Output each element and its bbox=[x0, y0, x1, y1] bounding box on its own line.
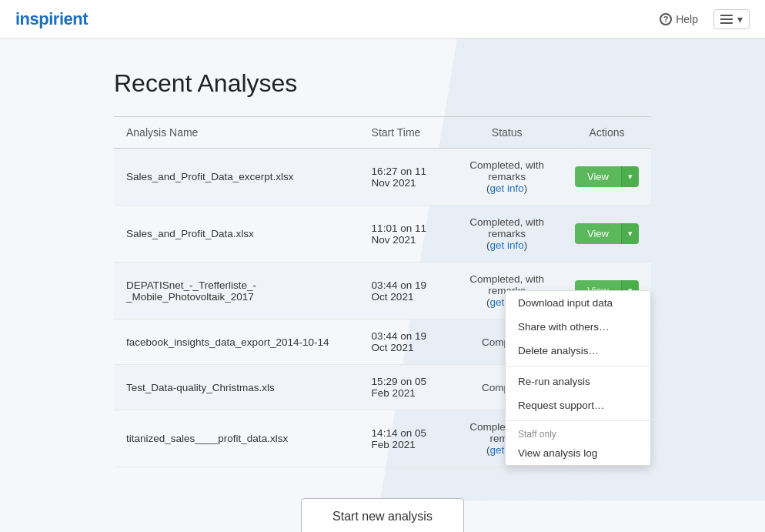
cell-start-time: 03:44 on 19 Oct 2021 bbox=[359, 263, 452, 320]
dropdown-section-staff: Staff only bbox=[506, 424, 650, 441]
col-header-start-time: Start Time bbox=[359, 117, 452, 149]
dropdown-item-view-log[interactable]: View analysis log bbox=[506, 441, 650, 465]
brand-logo: inspirient bbox=[15, 9, 88, 29]
dropdown-item-support[interactable]: Request support… bbox=[506, 393, 650, 417]
col-header-name: Analysis Name bbox=[114, 117, 359, 149]
cell-start-time: 14:14 on 05 Feb 2021 bbox=[359, 410, 452, 467]
cell-name: Test_Data-quality_Christmas.xls bbox=[114, 365, 359, 410]
dropdown-item-delete[interactable]: Delete analysis… bbox=[506, 339, 650, 363]
table-row: Sales_and_Profit_Data.xlsx11:01 on 11 No… bbox=[114, 206, 651, 263]
cell-status: Completed, with remarks(get info) bbox=[451, 206, 563, 263]
dropdown-item-download[interactable]: Download input data bbox=[506, 291, 650, 315]
cell-actions: View bbox=[563, 149, 651, 206]
cell-start-time: 11:01 on 11 Nov 2021 bbox=[359, 206, 452, 263]
cell-name: Sales_and_Profit_Data_excerpt.xlsx bbox=[114, 149, 359, 206]
view-button[interactable]: View bbox=[575, 223, 621, 244]
start-button-container: Start new analysis bbox=[114, 498, 651, 532]
menu-button[interactable]: ▾ bbox=[713, 9, 750, 29]
navbar-right: ? Help ▾ bbox=[660, 9, 750, 29]
dropdown-item-share[interactable]: Share with others… bbox=[506, 315, 650, 339]
help-link[interactable]: ? Help bbox=[660, 13, 698, 25]
menu-dropdown-arrow: ▾ bbox=[737, 13, 743, 25]
view-button[interactable]: View bbox=[575, 166, 621, 187]
action-group: View bbox=[575, 166, 639, 187]
navbar: inspirient ? Help ▾ bbox=[0, 0, 765, 38]
cell-name: facebook_insights_data_export_2014-10-14 bbox=[114, 320, 359, 365]
col-header-status: Status bbox=[451, 117, 563, 149]
table-row: Sales_and_Profit_Data_excerpt.xlsx16:27 … bbox=[114, 149, 651, 206]
get-info-link[interactable]: get info bbox=[490, 182, 524, 194]
dropdown-divider-1 bbox=[506, 366, 650, 366]
cell-name: titanized_sales____profit_data.xlsx bbox=[114, 410, 359, 467]
help-icon: ? bbox=[660, 13, 672, 25]
start-new-analysis-button[interactable]: Start new analysis bbox=[301, 498, 464, 532]
hamburger-icon bbox=[720, 15, 733, 24]
context-dropdown-menu: Download input data Share with others… D… bbox=[505, 290, 651, 466]
cell-actions: View bbox=[563, 206, 651, 263]
col-header-actions: Actions bbox=[563, 117, 651, 149]
dropdown-divider-2 bbox=[506, 420, 650, 421]
page-title: Recent Analyses bbox=[114, 69, 651, 98]
action-group: View bbox=[575, 223, 639, 244]
cell-status: Completed, with remarks(get info) bbox=[451, 149, 563, 206]
dropdown-item-rerun[interactable]: Re-run analysis bbox=[506, 370, 650, 393]
help-label: Help bbox=[676, 13, 698, 25]
view-dropdown-button[interactable] bbox=[621, 166, 639, 187]
cell-name: Sales_and_Profit_Data.xlsx bbox=[114, 206, 359, 263]
cell-start-time: 15:29 on 05 Feb 2021 bbox=[359, 365, 452, 410]
cell-start-time: 03:44 on 19 Oct 2021 bbox=[359, 320, 452, 365]
table-header-row: Analysis Name Start Time Status Actions bbox=[114, 117, 651, 149]
cell-name: DEPATISnet_-_Trefferliste_-_Mobile_Photo… bbox=[114, 263, 359, 320]
get-info-link[interactable]: get info bbox=[490, 239, 524, 251]
view-dropdown-button[interactable] bbox=[621, 223, 639, 244]
cell-start-time: 16:27 on 11 Nov 2021 bbox=[359, 149, 452, 206]
